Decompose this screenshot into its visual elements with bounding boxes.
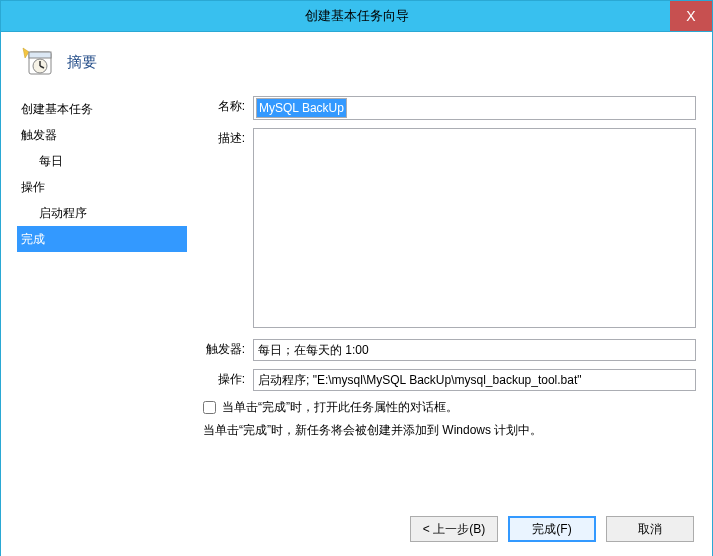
title-bar: 创建基本任务向导 X: [0, 0, 713, 32]
action-label: 操作:: [195, 369, 253, 391]
sidebar-item-action[interactable]: 操作: [17, 174, 187, 200]
open-properties-checkbox[interactable]: [203, 401, 216, 414]
name-value: MySQL BackUp: [256, 98, 347, 118]
description-label: 描述:: [195, 128, 253, 331]
open-properties-label: 当单击“完成”时，打开此任务属性的对话框。: [222, 399, 458, 416]
window-title: 创建基本任务向导: [305, 7, 409, 25]
cancel-button[interactable]: 取消: [606, 516, 694, 542]
summary-form: 名称: MySQL BackUp 描述: 触发器:: [187, 88, 696, 445]
svg-rect-2: [29, 52, 51, 58]
trigger-label: 触发器:: [195, 339, 253, 361]
name-label: 名称:: [195, 96, 253, 120]
sidebar-item-create-task[interactable]: 创建基本任务: [17, 96, 187, 122]
wizard-steps-sidebar: 创建基本任务 触发器 每日 操作 启动程序 完成: [17, 88, 187, 445]
action-field[interactable]: [253, 369, 696, 391]
sidebar-item-trigger[interactable]: 触发器: [17, 122, 187, 148]
finish-button[interactable]: 完成(F): [508, 516, 596, 542]
info-text: 当单击“完成”时，新任务将会被创建并添加到 Windows 计划中。: [203, 422, 696, 439]
close-button[interactable]: X: [670, 1, 712, 31]
description-field[interactable]: [253, 128, 696, 328]
back-button[interactable]: < 上一步(B): [410, 516, 498, 542]
trigger-field[interactable]: [253, 339, 696, 361]
header: 摘要: [1, 32, 712, 88]
name-field[interactable]: MySQL BackUp: [253, 96, 696, 120]
close-icon: X: [686, 8, 695, 24]
svg-marker-0: [23, 48, 29, 58]
sidebar-item-daily[interactable]: 每日: [17, 148, 187, 174]
page-title: 摘要: [67, 53, 97, 72]
sidebar-item-finish[interactable]: 完成: [17, 226, 187, 252]
window-body: 摘要 创建基本任务 触发器 每日 操作 启动程序 完成 名称: MySQL Ba…: [0, 32, 713, 556]
button-bar: < 上一步(B) 完成(F) 取消: [410, 516, 694, 542]
sidebar-item-start-program[interactable]: 启动程序: [17, 200, 187, 226]
wizard-clock-icon: [21, 46, 53, 78]
